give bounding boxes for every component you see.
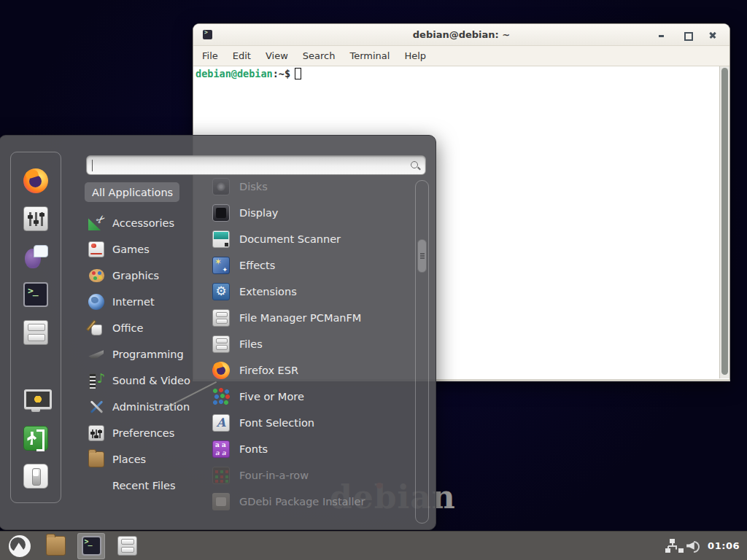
extensions-icon	[212, 283, 230, 300]
category-recent-files[interactable]: Recent Files	[85, 472, 209, 499]
games-icon	[88, 241, 104, 257]
minimize-button[interactable]	[657, 30, 667, 40]
favorite-files[interactable]	[23, 320, 48, 345]
favorite-terminal[interactable]	[23, 282, 48, 307]
fonts-icon	[212, 440, 230, 458]
app-label: Disks	[239, 181, 268, 192]
monitor-icon	[23, 388, 48, 413]
favorite-lock-screen[interactable]	[23, 388, 48, 413]
category-column: All Applications AccessoriesGamesGraphic…	[85, 182, 209, 499]
app-label: Display	[239, 207, 278, 219]
close-button[interactable]	[708, 30, 718, 40]
app-label: Firefox ESR	[239, 365, 298, 376]
effects-icon	[212, 257, 230, 274]
office-icon	[88, 320, 104, 336]
category-accessories[interactable]: Accessories	[85, 210, 209, 236]
terminal-window-icon	[203, 30, 212, 39]
category-preferences[interactable]: Preferences	[85, 420, 209, 446]
accessories-icon	[88, 215, 104, 231]
favorites-rail	[10, 152, 61, 503]
category-places[interactable]: Places	[85, 446, 209, 472]
category-games[interactable]: Games	[85, 236, 209, 262]
terminal-menu-edit[interactable]: Edit	[233, 50, 251, 61]
folder-icon	[88, 451, 104, 467]
graphics-icon	[88, 268, 104, 284]
terminal-menu-help[interactable]: Help	[404, 50, 426, 61]
category-administration[interactable]: Administration	[85, 394, 209, 420]
app-item-display[interactable]: Display	[210, 200, 413, 226]
disks-icon	[212, 178, 230, 195]
cabinet-icon	[212, 335, 230, 353]
app-label: Files	[239, 338, 263, 350]
app-item-effects[interactable]: Effects	[210, 252, 413, 279]
logout-icon	[23, 426, 48, 451]
app-item-files[interactable]: Files	[210, 331, 413, 357]
scanner-icon	[212, 230, 230, 248]
gdebi-icon	[212, 493, 230, 510]
pidgin-icon	[23, 244, 48, 269]
app-label: Extensions	[239, 286, 297, 298]
terminal-menubar: FileEditViewSearchTerminalHelp	[193, 46, 729, 66]
category-label: Internet	[112, 296, 155, 308]
system-tray: 01:06	[665, 539, 743, 553]
four-in-a-row-icon	[212, 467, 230, 484]
firefox-icon	[212, 362, 230, 379]
app-item-five-or-more[interactable]: Five or More	[210, 384, 413, 410]
mixer-icon	[23, 206, 48, 231]
terminal-menu-search[interactable]: Search	[303, 50, 336, 61]
preferences-icon	[88, 425, 104, 441]
menu-scrollbar-thumb[interactable]	[417, 239, 427, 273]
favorite-shutdown[interactable]	[23, 464, 48, 489]
folder-icon	[46, 536, 66, 556]
app-item-firefox-esr[interactable]: Firefox ESR	[210, 357, 413, 384]
category-label: Administration	[112, 401, 190, 413]
volume-icon[interactable]	[686, 539, 700, 553]
category-label: Preferences	[112, 427, 174, 439]
search-icon	[410, 160, 420, 171]
app-item-fonts[interactable]: Fonts	[210, 436, 413, 462]
category-graphics[interactable]: Graphics	[85, 262, 209, 289]
terminal-scrollbar-thumb[interactable]	[721, 68, 728, 375]
terminal-prompt: debian@debian:~$	[196, 68, 301, 79]
clock[interactable]: 01:06	[708, 540, 740, 551]
terminal-titlebar[interactable]: debian@debian: ~	[193, 24, 729, 46]
category-programming[interactable]: Programming	[85, 341, 209, 368]
terminal-menu-terminal[interactable]: Terminal	[349, 50, 390, 61]
category-list: AccessoriesGamesGraphicsInternetOfficePr…	[85, 210, 209, 499]
application-list: DisksDisplayDocument ScannerEffectsExten…	[210, 174, 413, 528]
terminal-menu-view[interactable]: View	[266, 50, 288, 61]
menu-scrollbar[interactable]	[415, 180, 429, 524]
category-internet[interactable]: Internet	[85, 289, 209, 315]
terminal-menu-file[interactable]: File	[202, 50, 218, 61]
favorite-pidgin[interactable]	[23, 244, 48, 269]
cabinet-icon	[117, 536, 137, 556]
network-icon[interactable]	[665, 539, 679, 553]
favorite-settings[interactable]	[23, 206, 48, 231]
favorite-logout[interactable]	[23, 426, 48, 451]
app-item-font-selection[interactable]: Font Selection	[210, 410, 413, 436]
search-input[interactable]	[93, 158, 399, 173]
category-sound-video[interactable]: Sound & Video	[85, 368, 209, 394]
app-item-file-manager-pcmanfm[interactable]: File Manager PCManFM	[210, 305, 413, 331]
app-label: Effects	[239, 260, 275, 271]
programming-icon	[88, 346, 104, 362]
taskbar-menu-launcher[interactable]	[6, 533, 34, 559]
terminal-scrollbar[interactable]	[719, 66, 729, 378]
all-applications-button[interactable]: All Applications	[85, 182, 179, 202]
maximize-button[interactable]	[682, 30, 692, 40]
category-label: Programming	[112, 349, 184, 360]
category-label: Games	[112, 244, 150, 255]
app-item-document-scanner[interactable]: Document Scanner	[210, 226, 413, 252]
cabinet-icon	[212, 309, 230, 327]
favorite-firefox[interactable]	[23, 168, 48, 193]
font-selection-icon	[212, 414, 230, 432]
taskbar: 01:06	[0, 531, 747, 560]
taskbar-file-manager-launcher[interactable]	[42, 533, 69, 559]
taskbar-files-launcher[interactable]	[113, 533, 141, 559]
administration-icon	[88, 399, 104, 415]
taskbar-terminal-window-button[interactable]	[77, 533, 105, 559]
category-office[interactable]: Office	[85, 315, 209, 341]
category-label: Office	[112, 322, 143, 334]
menu-search-box[interactable]	[86, 155, 426, 175]
app-item-extensions[interactable]: Extensions	[210, 279, 413, 305]
